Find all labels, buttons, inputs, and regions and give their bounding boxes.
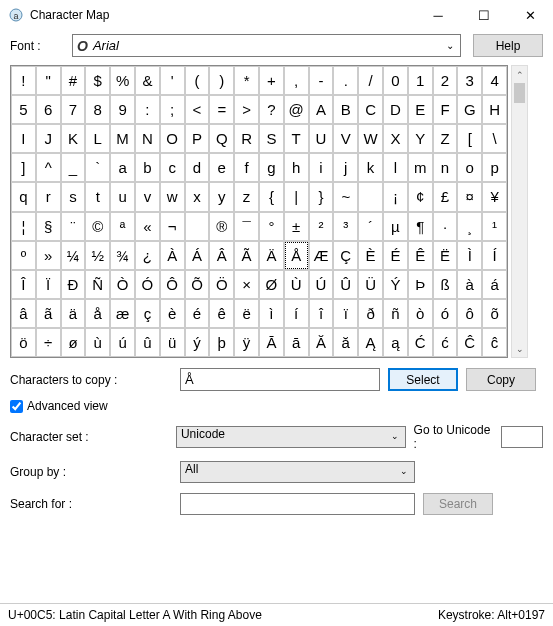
grid-cell[interactable]: N	[135, 124, 160, 153]
grid-cell[interactable]: J	[36, 124, 61, 153]
grid-cell[interactable]: E	[408, 95, 433, 124]
grid-cell[interactable]: ¥	[482, 182, 507, 211]
grid-cell[interactable]: 8	[85, 95, 110, 124]
grid-cell[interactable]: Á	[185, 241, 210, 270]
grid-scrollbar[interactable]: ⌃ ⌄	[511, 65, 528, 358]
scroll-thumb[interactable]	[514, 83, 525, 103]
grid-cell[interactable]: t	[85, 182, 110, 211]
grid-cell[interactable]: B	[333, 95, 358, 124]
grid-cell[interactable]: L	[85, 124, 110, 153]
grid-cell[interactable]: 1	[408, 66, 433, 95]
grid-cell[interactable]: Ù	[284, 270, 309, 299]
grid-cell[interactable]: ò	[408, 299, 433, 328]
grid-cell[interactable]: Ô	[160, 270, 185, 299]
grid-cell[interactable]: Q	[209, 124, 234, 153]
grid-cell[interactable]: =	[209, 95, 234, 124]
grid-cell[interactable]: f	[234, 153, 259, 182]
grid-cell[interactable]: ø	[61, 328, 86, 357]
grid-cell[interactable]: Ä	[259, 241, 284, 270]
grid-cell[interactable]: Ą	[358, 328, 383, 357]
grid-cell[interactable]: *	[234, 66, 259, 95]
grid-cell[interactable]: Æ	[309, 241, 334, 270]
select-button[interactable]: Select	[388, 368, 458, 391]
grid-cell[interactable]: ×	[234, 270, 259, 299]
grid-cell[interactable]: µ	[383, 212, 408, 241]
grid-cell[interactable]: D	[383, 95, 408, 124]
grid-cell[interactable]: ð	[358, 299, 383, 328]
grid-cell[interactable]: ]	[11, 153, 36, 182]
grid-cell[interactable]: 0	[383, 66, 408, 95]
grid-cell[interactable]: "	[36, 66, 61, 95]
grid-cell[interactable]: ù	[85, 328, 110, 357]
grid-cell[interactable]: ~	[333, 182, 358, 211]
close-button[interactable]: ✕	[507, 0, 553, 30]
grid-cell[interactable]: Þ	[408, 270, 433, 299]
grid-cell[interactable]: ú	[110, 328, 135, 357]
grid-cell[interactable]: ü	[160, 328, 185, 357]
grid-cell[interactable]: ±	[284, 212, 309, 241]
grid-cell[interactable]: >	[234, 95, 259, 124]
grid-cell[interactable]: Ò	[110, 270, 135, 299]
grid-cell[interactable]: ā	[284, 328, 309, 357]
grid-cell[interactable]: g	[259, 153, 284, 182]
grid-cell[interactable]: ¦	[11, 212, 36, 241]
grid-cell[interactable]: 7	[61, 95, 86, 124]
grid-cell[interactable]: ç	[135, 299, 160, 328]
grid-cell[interactable]: ă	[333, 328, 358, 357]
grid-cell[interactable]: Ã	[234, 241, 259, 270]
grid-cell[interactable]: Ì	[457, 241, 482, 270]
grid-cell[interactable]: u	[110, 182, 135, 211]
grid-cell[interactable]: ¹	[482, 212, 507, 241]
grid-cell[interactable]: ô	[457, 299, 482, 328]
grid-cell[interactable]: j	[333, 153, 358, 182]
grid-cell[interactable]: Å	[284, 241, 309, 270]
group-select[interactable]: All ⌄	[180, 461, 415, 483]
grid-cell[interactable]: _	[61, 153, 86, 182]
grid-cell[interactable]: ć	[433, 328, 458, 357]
grid-cell[interactable]: h	[284, 153, 309, 182]
grid-cell[interactable]: +	[259, 66, 284, 95]
scroll-up-icon[interactable]: ⌃	[512, 66, 527, 83]
grid-cell[interactable]: ¤	[457, 182, 482, 211]
grid-cell[interactable]: $	[85, 66, 110, 95]
grid-cell[interactable]: F	[433, 95, 458, 124]
grid-cell[interactable]: P	[185, 124, 210, 153]
grid-cell[interactable]: 6	[36, 95, 61, 124]
grid-cell[interactable]: (	[185, 66, 210, 95]
grid-cell[interactable]: Ă	[309, 328, 334, 357]
grid-cell[interactable]: ³	[333, 212, 358, 241]
grid-cell[interactable]: °	[259, 212, 284, 241]
grid-cell[interactable]: ä	[61, 299, 86, 328]
grid-cell[interactable]: k	[358, 153, 383, 182]
grid-cell[interactable]: Ó	[135, 270, 160, 299]
grid-cell[interactable]: ë	[234, 299, 259, 328]
charset-select[interactable]: Unicode ⌄	[176, 426, 406, 448]
grid-cell[interactable]: ¶	[408, 212, 433, 241]
grid-cell[interactable]: Ö	[209, 270, 234, 299]
grid-cell[interactable]: x	[185, 182, 210, 211]
grid-cell[interactable]: ý	[185, 328, 210, 357]
grid-cell[interactable]: è	[160, 299, 185, 328]
grid-cell[interactable]: Ï	[36, 270, 61, 299]
grid-cell[interactable]: %	[110, 66, 135, 95]
grid-cell[interactable]: Ć	[408, 328, 433, 357]
grid-cell[interactable]: <	[185, 95, 210, 124]
grid-cell[interactable]: U	[309, 124, 334, 153]
grid-cell[interactable]: C	[358, 95, 383, 124]
grid-cell[interactable]: -	[309, 66, 334, 95]
grid-cell[interactable]: ą	[383, 328, 408, 357]
search-button[interactable]: Search	[423, 493, 493, 515]
grid-cell[interactable]: 3	[457, 66, 482, 95]
grid-cell[interactable]: :	[135, 95, 160, 124]
grid-cell[interactable]: Y	[408, 124, 433, 153]
grid-cell[interactable]: ì	[259, 299, 284, 328]
help-button[interactable]: Help	[473, 34, 543, 57]
grid-cell[interactable]: í	[284, 299, 309, 328]
grid-cell[interactable]: r	[36, 182, 61, 211]
grid-cell[interactable]: á	[482, 270, 507, 299]
grid-cell[interactable]: ;	[160, 95, 185, 124]
grid-cell[interactable]: ¾	[110, 241, 135, 270]
grid-cell[interactable]: ¿	[135, 241, 160, 270]
grid-cell[interactable]: #	[61, 66, 86, 95]
grid-cell[interactable]: æ	[110, 299, 135, 328]
